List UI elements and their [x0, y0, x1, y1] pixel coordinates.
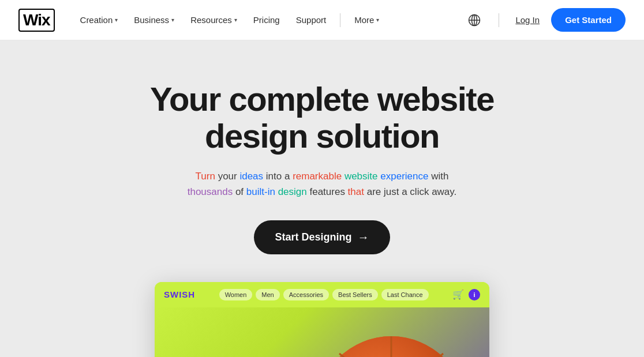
browser-icons: 🛒 i	[452, 289, 480, 300]
language-button[interactable]	[464, 10, 485, 31]
chevron-down-icon: ▾	[115, 17, 118, 23]
get-started-button[interactable]: Get Started	[551, 8, 626, 32]
hero-section: Your complete website design solution Tu…	[0, 40, 644, 357]
action-separator	[499, 13, 499, 27]
start-designing-button[interactable]: Start Designing →	[254, 220, 390, 254]
pill-accessories: Accessories	[283, 289, 329, 300]
nav-links: Creation ▾ Business ▾ Resources ▾ Pricin…	[73, 10, 465, 29]
browser-mockup: SWISH Women Men Accessories Best Sellers…	[155, 282, 489, 357]
nav-item-more[interactable]: More ▾	[347, 10, 386, 29]
browser-content: Game / On SWIS	[155, 307, 489, 357]
nav-separator	[340, 13, 340, 27]
swish-desktop-logo: SWISH	[164, 290, 195, 299]
chevron-down-icon: ▾	[234, 17, 237, 23]
hero-subtitle: Turn your ideas into a remarkable websit…	[172, 168, 472, 200]
pill-men: Men	[256, 289, 279, 300]
basketball-graphic: SWIS	[310, 330, 472, 357]
nav-item-resources[interactable]: Resources ▾	[184, 10, 244, 29]
arrow-icon: →	[358, 231, 369, 244]
nav-item-support[interactable]: Support	[289, 10, 334, 29]
nav-item-creation[interactable]: Creation ▾	[73, 10, 125, 29]
hero-title: Your complete website design solution	[120, 81, 524, 155]
chevron-down-icon: ▾	[171, 17, 174, 23]
globe-icon	[468, 14, 481, 27]
pill-women: Women	[219, 289, 253, 300]
login-button[interactable]: Log In	[513, 10, 542, 29]
navbar: Wix Creation ▾ Business ▾ Resources ▾ Pr…	[0, 0, 644, 40]
nav-item-pricing[interactable]: Pricing	[246, 10, 287, 29]
navbar-actions: Log In Get Started	[464, 8, 626, 32]
browser-nav-pills: Women Men Accessories Best Sellers Last …	[219, 289, 429, 300]
pill-lastchance: Last Chance	[381, 289, 429, 300]
chevron-down-icon: ▾	[376, 17, 379, 23]
preview-container: A Site Theme Bold Theme Vibrant & Joyful…	[23, 282, 621, 357]
wix-logo[interactable]: Wix	[18, 9, 55, 32]
pill-bestsellers: Best Sellers	[332, 289, 378, 300]
nav-item-business[interactable]: Business ▾	[127, 10, 181, 29]
info-icon: i	[469, 289, 480, 300]
cart-icon: 🛒	[452, 289, 464, 300]
browser-bar: SWISH Women Men Accessories Best Sellers…	[155, 282, 489, 307]
